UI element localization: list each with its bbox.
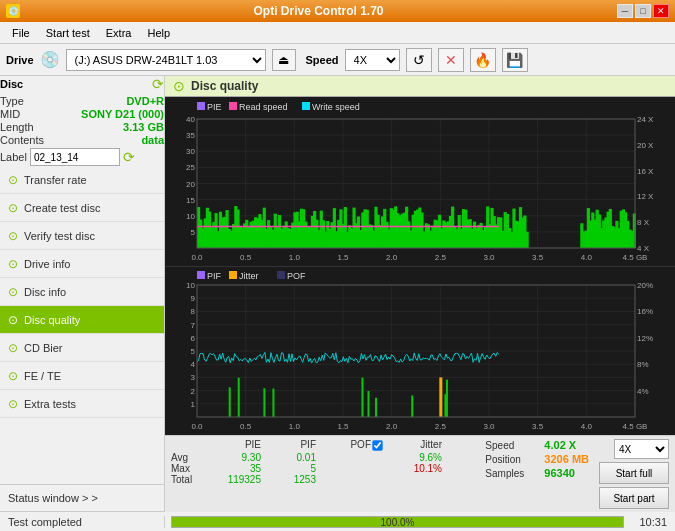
disc-section-title: Disc bbox=[0, 78, 23, 90]
nav-extra-tests-label: Extra tests bbox=[24, 398, 76, 410]
nav-fe-te[interactable]: ⊙ FE / TE bbox=[0, 362, 164, 390]
disc-contents-value: data bbox=[141, 134, 164, 146]
stats-total-label: Total bbox=[171, 474, 206, 485]
menu-extra[interactable]: Extra bbox=[98, 25, 140, 41]
disc-info-panel: Disc ⟳ Type DVD+R MID SONY D21 (000) Len… bbox=[0, 76, 164, 166]
stats-pie-header: PIE bbox=[206, 439, 261, 452]
refresh-button[interactable]: ↺ bbox=[406, 48, 432, 72]
nav-cd-bier[interactable]: ⊙ CD Bier bbox=[0, 334, 164, 362]
stats-total-jitter bbox=[387, 474, 442, 485]
progress-container: 100.0% bbox=[165, 516, 630, 528]
stats-max-label: Max bbox=[171, 463, 206, 474]
stats-total-pof bbox=[316, 474, 371, 485]
burn-button[interactable]: 🔥 bbox=[470, 48, 496, 72]
stats-avg-pof bbox=[316, 452, 371, 463]
stats-avg-label: Avg bbox=[171, 452, 206, 463]
disc-type-label: Type bbox=[0, 95, 24, 107]
stats-max-pie: 35 bbox=[206, 463, 261, 474]
cd-bier-icon: ⊙ bbox=[8, 341, 18, 355]
drive-label: Drive bbox=[6, 54, 34, 66]
status-area: Status window > > bbox=[0, 484, 164, 511]
app-icon: 💿 bbox=[6, 4, 20, 18]
disc-quality-title: Disc quality bbox=[191, 79, 258, 93]
top-chart-canvas bbox=[165, 97, 675, 266]
stats-total-row: Total 119325 1253 bbox=[171, 474, 475, 485]
speed-label: Speed bbox=[306, 54, 339, 66]
speed-select[interactable]: 4X bbox=[345, 49, 400, 71]
position-value: 3206 MB bbox=[544, 453, 589, 465]
statusbar: Test completed 100.0% 10:31 bbox=[0, 511, 675, 531]
stats-total-pif: 1253 bbox=[261, 474, 316, 485]
stats-jitter-header: Jitter bbox=[387, 439, 442, 452]
stats-max-row: Max 35 5 10.1% bbox=[171, 463, 475, 474]
bottom-chart bbox=[165, 267, 675, 435]
samples-row: Samples 96340 bbox=[485, 467, 589, 479]
right-panel: ⊙ Disc quality PIE PIF bbox=[165, 76, 675, 511]
stats-avg-jitter: 9.6% bbox=[387, 452, 442, 463]
drive-info-icon: ⊙ bbox=[8, 257, 18, 271]
disc-quality-header: ⊙ Disc quality bbox=[165, 76, 675, 97]
transfer-rate-icon: ⊙ bbox=[8, 173, 18, 187]
erase-button[interactable]: ✕ bbox=[438, 48, 464, 72]
stats-area: PIE PIF POF Jitter Avg 9.30 0.01 9.6% bbox=[165, 435, 675, 512]
eject-button[interactable]: ⏏ bbox=[272, 49, 296, 71]
disc-label-input[interactable] bbox=[30, 148, 120, 166]
disc-contents-row: Contents data bbox=[0, 134, 164, 146]
main-area: Disc ⟳ Type DVD+R MID SONY D21 (000) Len… bbox=[0, 76, 675, 511]
time-display: 10:31 bbox=[630, 516, 675, 528]
bottom-chart-canvas bbox=[165, 267, 675, 435]
close-button[interactable]: ✕ bbox=[653, 4, 669, 18]
stats-avg-pie: 9.30 bbox=[206, 452, 261, 463]
maximize-button[interactable]: □ bbox=[635, 4, 651, 18]
position-label: Position bbox=[485, 454, 540, 465]
nav-transfer-rate[interactable]: ⊙ Transfer rate bbox=[0, 166, 164, 194]
disc-quality-header-icon: ⊙ bbox=[173, 78, 185, 94]
nav-create-test-disc[interactable]: ⊙ Create test disc bbox=[0, 194, 164, 222]
disc-length-row: Length 3.13 GB bbox=[0, 121, 164, 133]
nav-extra-tests[interactable]: ⊙ Extra tests bbox=[0, 390, 164, 418]
minimize-button[interactable]: ─ bbox=[617, 4, 633, 18]
actions-area: 4X Start full Start part bbox=[599, 439, 669, 509]
status-window-button[interactable]: Status window > > bbox=[0, 485, 164, 511]
disc-header: Disc ⟳ bbox=[0, 76, 164, 92]
nav-verify-test-disc[interactable]: ⊙ Verify test disc bbox=[0, 222, 164, 250]
nav-transfer-rate-label: Transfer rate bbox=[24, 174, 87, 186]
status-text: Test completed bbox=[0, 516, 165, 528]
stats-pof-header: POF bbox=[316, 439, 371, 452]
stats-headers: PIE PIF POF Jitter bbox=[171, 439, 475, 452]
save-button[interactable]: 💾 bbox=[502, 48, 528, 72]
label-refresh-icon[interactable]: ⟳ bbox=[123, 149, 135, 165]
start-part-button[interactable]: Start part bbox=[599, 487, 669, 509]
charts-area bbox=[165, 97, 675, 435]
disc-quality-icon: ⊙ bbox=[8, 313, 18, 327]
nav-disc-quality[interactable]: ⊙ Disc quality bbox=[0, 306, 164, 334]
extra-tests-icon: ⊙ bbox=[8, 397, 18, 411]
progress-text: 100.0% bbox=[172, 517, 623, 529]
titlebar: 💿 Opti Drive Control 1.70 ─ □ ✕ bbox=[0, 0, 675, 22]
nav-drive-info[interactable]: ⊙ Drive info bbox=[0, 250, 164, 278]
nav-disc-info[interactable]: ⊙ Disc info bbox=[0, 278, 164, 306]
menubar: File Start test Extra Help bbox=[0, 22, 675, 44]
speed-row: Speed 4.02 X bbox=[485, 439, 589, 451]
stats-max-pif: 5 bbox=[261, 463, 316, 474]
drive-select[interactable]: (J:) ASUS DRW-24B1LT 1.03 bbox=[66, 49, 266, 71]
nav-disc-info-label: Disc info bbox=[24, 286, 66, 298]
disc-label-row: Label ⟳ bbox=[0, 148, 164, 166]
disc-info-nav-icon: ⊙ bbox=[8, 285, 18, 299]
menu-start-test[interactable]: Start test bbox=[38, 25, 98, 41]
nav-fe-te-label: FE / TE bbox=[24, 370, 61, 382]
jitter-checkbox[interactable] bbox=[371, 439, 387, 452]
refresh-disc-icon[interactable]: ⟳ bbox=[152, 76, 164, 92]
action-speed-dropdown[interactable]: 4X bbox=[614, 439, 669, 459]
titlebar-left: 💿 bbox=[6, 4, 20, 18]
start-full-button[interactable]: Start full bbox=[599, 462, 669, 484]
disc-mid-value: SONY D21 (000) bbox=[81, 108, 164, 120]
nav-verify-test-disc-label: Verify test disc bbox=[24, 230, 95, 242]
menu-file[interactable]: File bbox=[4, 25, 38, 41]
stats-avg-row: Avg 9.30 0.01 9.6% bbox=[171, 452, 475, 463]
stats-max-jitter: 10.1% bbox=[387, 463, 442, 474]
create-test-disc-icon: ⊙ bbox=[8, 201, 18, 215]
menu-help[interactable]: Help bbox=[139, 25, 178, 41]
disc-mid-label: MID bbox=[0, 108, 20, 120]
progress-bar-background: 100.0% bbox=[171, 516, 624, 528]
